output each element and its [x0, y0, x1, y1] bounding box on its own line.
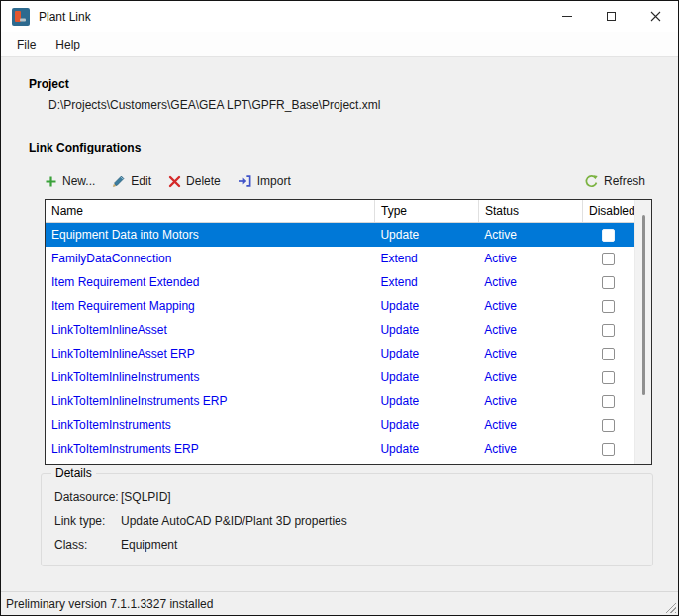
details-field-class: Class: Equipment	[54, 538, 177, 552]
column-header-type[interactable]: Type	[375, 200, 479, 222]
details-field-linktype: Link type: Update AutoCAD P&ID/Plant 3D …	[54, 514, 347, 528]
row-type: Update	[374, 437, 478, 461]
row-name: LinkToItemInlineAsset	[46, 318, 374, 342]
table-row[interactable]: LinkToItemInlineAssetUpdateActive	[46, 318, 634, 342]
table-row[interactable]: Item Requirement ExtendedExtendActive	[46, 270, 634, 294]
disabled-checkbox[interactable]	[602, 443, 615, 456]
menu-help[interactable]: Help	[46, 34, 90, 55]
app-icon	[12, 8, 30, 26]
title-bar: Plant Link	[1, 1, 678, 32]
row-name: FamilyDataConnection	[46, 247, 374, 270]
details-label: Class:	[54, 538, 121, 552]
row-disabled-cell	[582, 294, 634, 318]
project-path: D:\Projects\Customers\GEA\GEA LPT\GPFR_B…	[48, 98, 380, 112]
resize-grip-icon[interactable]	[663, 600, 676, 613]
disabled-checkbox[interactable]	[602, 300, 615, 313]
row-status: Active	[478, 270, 582, 294]
maximize-icon	[607, 12, 616, 21]
project-heading: Project	[29, 77, 69, 91]
menu-file[interactable]: File	[7, 34, 46, 55]
table-row[interactable]: LinkToItemInstruments ERPUpdateActive	[46, 437, 634, 461]
table-header: Name Type Status Disabled	[46, 200, 651, 223]
row-status: Active	[478, 318, 582, 342]
minimize-icon	[562, 16, 572, 17]
row-disabled-cell	[582, 318, 634, 342]
pencil-icon	[112, 174, 126, 188]
close-icon	[650, 11, 661, 22]
refresh-button[interactable]: Refresh	[584, 174, 645, 189]
column-header-status[interactable]: Status	[479, 200, 583, 222]
scrollbar-thumb[interactable]	[642, 215, 645, 395]
table-row[interactable]: LinkToItemInlineAsset ERPUpdateActive	[46, 342, 634, 365]
row-name: Item Requirement Mapping	[46, 294, 374, 318]
disabled-checkbox[interactable]	[602, 419, 615, 432]
row-status: Active	[478, 294, 582, 318]
menu-bar: File Help	[1, 32, 678, 57]
row-type: Update	[374, 223, 478, 247]
row-disabled-cell	[582, 247, 634, 270]
table-row[interactable]: Item Requirement MappingUpdateActive	[46, 294, 634, 318]
table-row[interactable]: LinkToItemInlineInstrumentsUpdateActive	[46, 365, 634, 389]
details-value: Equipment	[121, 538, 177, 552]
row-disabled-cell	[582, 389, 634, 413]
row-type: Update	[374, 294, 478, 318]
row-name: LinkToItemInstruments ERP	[46, 437, 374, 461]
row-type: Update	[374, 413, 478, 437]
details-groupbox: Details Datasource: [SQLPID] Link type: …	[41, 473, 653, 566]
disabled-checkbox[interactable]	[602, 276, 615, 289]
details-value: Update AutoCAD P&ID/Plant 3D properties	[121, 514, 347, 528]
row-status: Active	[478, 365, 582, 389]
row-status: Active	[478, 247, 582, 270]
main-content: Project D:\Projects\Customers\GEA\GEA LP…	[1, 57, 678, 591]
import-button[interactable]: Import	[238, 174, 291, 188]
column-header-disabled[interactable]: Disabled	[583, 200, 635, 222]
row-status: Active	[478, 223, 582, 247]
delete-button-label: Delete	[186, 174, 221, 188]
row-type: Extend	[374, 247, 478, 270]
plus-icon	[45, 175, 57, 188]
maximize-button[interactable]	[589, 1, 633, 32]
row-type: Update	[374, 342, 478, 365]
column-header-name[interactable]: Name	[46, 200, 375, 222]
row-disabled-cell	[582, 413, 634, 437]
row-status	[478, 461, 582, 464]
close-button[interactable]	[633, 1, 678, 32]
table-row[interactable]: Equipment Data into MotorsUpdateActive	[46, 223, 634, 247]
row-name: LinkToItemInlineInstruments	[46, 365, 374, 389]
row-status: Active	[478, 413, 582, 437]
row-disabled-cell	[582, 270, 634, 294]
link-toolbar: New... Edit Delete Impo	[45, 169, 645, 193]
delete-button[interactable]: Delete	[168, 174, 221, 188]
row-type	[374, 461, 478, 464]
app-window: Plant Link File Help Project D:\Projects…	[0, 0, 679, 616]
disabled-checkbox[interactable]	[602, 395, 615, 408]
details-value: [SQLPID]	[121, 490, 171, 504]
import-button-label: Import	[257, 174, 291, 188]
table-row[interactable]: LinkToItemInstrumentsUpdateActive	[46, 413, 634, 437]
row-name: LinkToItemInlineAsset ERP	[46, 342, 374, 365]
disabled-checkbox[interactable]	[602, 348, 615, 360]
row-name: LinkToItemInlineInstruments ERP	[46, 389, 374, 413]
disabled-checkbox[interactable]	[602, 229, 615, 242]
table-row[interactable]: LinkToItemInlineInstruments ERPUpdateAct…	[46, 389, 634, 413]
details-heading: Details	[51, 466, 96, 480]
minimize-button[interactable]	[544, 1, 589, 32]
disabled-checkbox[interactable]	[602, 253, 615, 265]
disabled-checkbox[interactable]	[602, 324, 615, 337]
status-bar: Preliminary version 7.1.1.3327 installed	[1, 591, 678, 615]
window-title: Plant Link	[39, 10, 91, 24]
new-button-label: New...	[62, 174, 95, 188]
link-configurations-table: Name Type Status Disabled Equipment Data…	[45, 199, 652, 465]
table-row[interactable]: FamilyDataConnectionExtendActive	[46, 247, 634, 270]
edit-button-label: Edit	[131, 174, 151, 188]
row-status: Active	[478, 389, 582, 413]
refresh-circular-arrow-icon	[584, 174, 599, 189]
row-name: LinkToItemInstruments	[46, 413, 374, 437]
row-type: Update	[374, 365, 478, 389]
vertical-scrollbar[interactable]	[634, 200, 651, 464]
table-row[interactable]	[46, 461, 634, 464]
row-status: Active	[478, 342, 582, 365]
edit-button[interactable]: Edit	[112, 174, 151, 188]
disabled-checkbox[interactable]	[602, 371, 615, 384]
new-button[interactable]: New...	[45, 174, 95, 188]
